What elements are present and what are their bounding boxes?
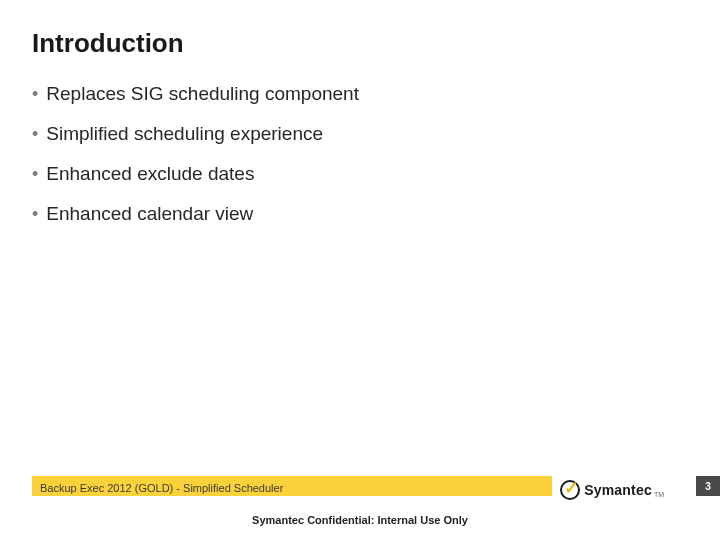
footer-project-label: Backup Exec 2012 (GOLD) - Simplified Sch… — [40, 482, 283, 494]
list-item: • Enhanced exclude dates — [32, 162, 680, 186]
confidentiality-label: Symantec Confidential: Internal Use Only — [0, 514, 720, 526]
list-item: • Simplified scheduling experience — [32, 122, 680, 146]
bullet-text: Enhanced exclude dates — [46, 162, 254, 186]
bullet-icon: • — [32, 202, 38, 226]
bullet-text: Enhanced calendar view — [46, 202, 253, 226]
bullet-list: • Replaces SIG scheduling component • Si… — [32, 82, 680, 242]
brand-name: Symantec — [584, 482, 652, 498]
list-item: • Enhanced calendar view — [32, 202, 680, 226]
list-item: • Replaces SIG scheduling component — [32, 82, 680, 106]
bullet-text: Simplified scheduling experience — [46, 122, 323, 146]
slide-title: Introduction — [32, 28, 184, 59]
checkmark-icon: ✓ — [564, 479, 579, 497]
trademark-label: TM — [654, 491, 664, 498]
bullet-text: Replaces SIG scheduling component — [46, 82, 359, 106]
brand-logo: ✓ Symantec TM — [560, 480, 664, 500]
bullet-icon: • — [32, 162, 38, 186]
page-number: 3 — [696, 476, 720, 496]
slide: Introduction • Replaces SIG scheduling c… — [0, 0, 720, 540]
bullet-icon: • — [32, 122, 38, 146]
bullet-icon: • — [32, 82, 38, 106]
check-circle-icon: ✓ — [560, 480, 580, 500]
